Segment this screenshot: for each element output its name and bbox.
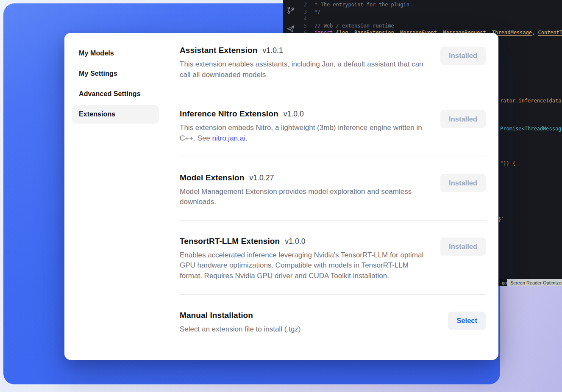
- extension-title: Assistant Extensionv1.0.1: [180, 46, 428, 55]
- import-name: ThreadMessage: [492, 30, 532, 36]
- extension-title: Manual Installation: [180, 311, 300, 320]
- installed-button[interactable]: Installed: [440, 110, 486, 128]
- sidebar-item-advanced-settings[interactable]: Advanced Settings: [72, 85, 159, 103]
- extension-info: Inference Nitro Extensionv1.0.0 This ext…: [180, 109, 428, 144]
- line-number: 5: [298, 22, 314, 30]
- code-text: // Web / extension runtime: [314, 22, 394, 30]
- extension-version: v1.0.0: [284, 110, 304, 118]
- code-fragment: ")) {: [500, 160, 515, 167]
- extension-version: v1.0.0: [285, 237, 305, 246]
- extension-description: Select an extension file to install (.tg…: [180, 324, 300, 335]
- code-line: 3 */: [298, 8, 562, 16]
- line-number: 2: [298, 1, 314, 8]
- sidebar-item-extensions[interactable]: Extensions: [72, 105, 159, 124]
- code-fragment: rator.inference(data));: [500, 97, 562, 105]
- settings-sidebar: My Models My Settings Advanced Settings …: [64, 33, 166, 360]
- code-text: */: [314, 8, 320, 16]
- divider: [180, 157, 486, 157]
- punct: ,: [532, 30, 538, 36]
- line-number: 4: [298, 15, 314, 22]
- extension-title: Inference Nitro Extensionv1.0.0: [180, 109, 428, 119]
- extension-info: TensortRT-LLM Extensionv1.0.0 Enables ac…: [180, 237, 428, 282]
- select-file-button[interactable]: Select: [448, 312, 486, 330]
- extension-info: Assistant Extensionv1.0.1 This extension…: [180, 46, 428, 80]
- desktop-background: 2 * The entrypoint for the plugin. 3 */ …: [0, 0, 562, 392]
- extension-name: Model Extension: [180, 173, 244, 182]
- manual-installation-row: Manual Installation Select an extension …: [180, 311, 486, 335]
- extension-description: Enables accelerated inference leveraging…: [180, 250, 428, 282]
- extension-name: TensortRT-LLM Extension: [180, 237, 280, 246]
- code-line: 5 // Web / extension runtime: [298, 22, 562, 30]
- extensions-panel: Assistant Extensionv1.0.1 This extension…: [166, 33, 498, 360]
- screen-reader-chip[interactable]: Screen Reader Optimized: [507, 279, 562, 286]
- settings-modal: My Models My Settings Advanced Settings …: [64, 33, 498, 360]
- sidebar-item-my-models[interactable]: My Models: [72, 44, 159, 63]
- extension-title: TensortRT-LLM Extensionv1.0.0: [180, 237, 428, 246]
- extension-name: Inference Nitro Extension: [180, 109, 278, 118]
- sidebar-item-my-settings[interactable]: My Settings: [72, 64, 159, 83]
- extension-version: v1.0.1: [263, 46, 283, 55]
- installed-button[interactable]: Installed: [440, 47, 486, 65]
- code-line: 4: [298, 15, 562, 22]
- divider: [180, 220, 486, 221]
- installed-button[interactable]: Installed: [440, 174, 486, 192]
- extension-row-tensorrt-llm: TensortRT-LLM Extensionv1.0.0 Enables ac…: [180, 237, 486, 282]
- extension-description: This extension enables assistants, inclu…: [180, 59, 428, 80]
- import-name: ContentType: [538, 30, 562, 36]
- extension-row-inference-nitro: Inference Nitro Extensionv1.0.0 This ext…: [180, 109, 486, 144]
- line-number: 3: [298, 8, 314, 16]
- code-text: * The entrypoint for the plugin.: [314, 1, 412, 8]
- extension-name: Manual Installation: [180, 311, 253, 320]
- extension-row-assistant: Assistant Extensionv1.0.1 This extension…: [180, 46, 486, 80]
- status-text: go: [502, 279, 507, 286]
- extension-description: This extension embeds Nitro, a lightweig…: [180, 123, 428, 144]
- extension-row-model: Model Extensionv1.0.27 Model Management …: [180, 173, 486, 207]
- code-fragment: Promise<ThreadMessage>: [500, 125, 562, 133]
- code-area: 2 * The entrypoint for the plugin. 3 */ …: [298, 1, 562, 36]
- source-control-icon[interactable]: [287, 6, 295, 14]
- send-icon[interactable]: [287, 25, 295, 33]
- nitro-jan-ai-link[interactable]: nitro.jan.ai.: [212, 134, 248, 142]
- code-line: 2 * The entrypoint for the plugin.: [298, 1, 562, 8]
- extension-version: v1.0.27: [249, 174, 274, 182]
- extension-name: Assistant Extension: [180, 46, 258, 55]
- extension-info: Model Extensionv1.0.27 Model Management …: [180, 173, 428, 207]
- extension-description: Model Management Extension provides mode…: [180, 187, 428, 207]
- divider: [180, 93, 486, 93]
- installed-button[interactable]: Installed: [440, 237, 486, 256]
- extension-title: Model Extensionv1.0.27: [180, 173, 428, 182]
- divider: [180, 294, 486, 295]
- extension-info: Manual Installation Select an extension …: [180, 311, 300, 335]
